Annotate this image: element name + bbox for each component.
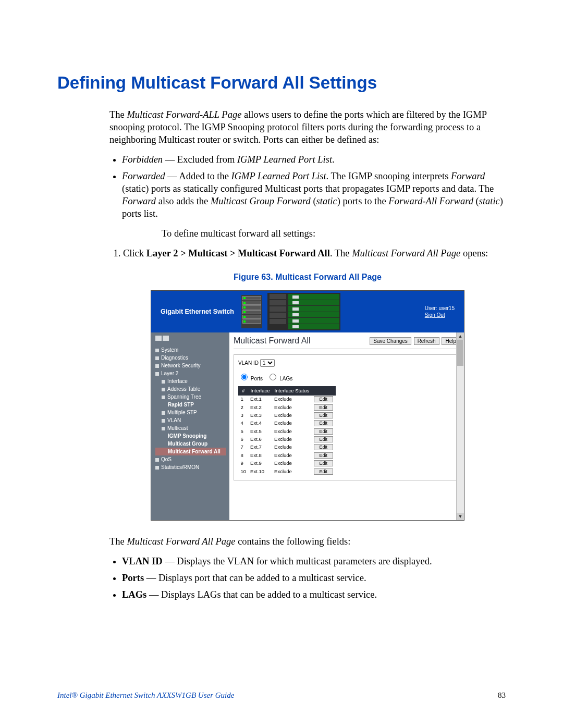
figure-screenshot: Gigabit Ethernet Switch User: user15 Sig…: [151, 290, 464, 521]
sidebar-item[interactable]: Layer 2: [155, 369, 226, 377]
sidebar-item[interactable]: System: [155, 346, 226, 354]
edit-button[interactable]: Edit: [314, 404, 334, 411]
figure-caption: Figure 63. Multicast Forward All Page: [109, 272, 506, 283]
table-row: 9Ext.9ExcludeEdit: [239, 460, 336, 467]
table-row: 7Ext.7ExcludeEdit: [239, 443, 336, 451]
nav-sidebar: SystemDiagnosticsNetwork SecurityLayer 2…: [151, 332, 229, 520]
sidebar-item[interactable]: Statistics/RMON: [155, 463, 226, 471]
scroll-thumb[interactable]: [457, 340, 463, 366]
col-num: #: [239, 387, 249, 396]
table-row: 5Ext.5ExcludeEdit: [239, 427, 336, 435]
sidebar-item[interactable]: VLAN: [155, 416, 226, 424]
col-status: Interface Status: [272, 387, 312, 396]
sidebar-item[interactable]: Interface: [155, 377, 226, 385]
table-row: 4Ext.4ExcludeEdit: [239, 419, 336, 427]
page-number: 83: [498, 691, 506, 700]
col-interface: Interface: [248, 387, 272, 396]
user-label: User: user15: [425, 305, 455, 312]
interface-table: # Interface Interface Status 1Ext.1Exclu…: [238, 386, 336, 476]
edit-button[interactable]: Edit: [314, 428, 334, 435]
table-row: 2Ext.2ExcludeEdit: [239, 403, 336, 411]
edit-button[interactable]: Edit: [314, 452, 334, 459]
page-heading: Defining Multicast Forward All Settings: [57, 73, 506, 93]
sign-out-link[interactable]: Sign Out: [425, 312, 445, 318]
save-changes-button[interactable]: Save Changes: [370, 337, 411, 345]
lags-radio[interactable]: LAGs: [267, 376, 292, 381]
ports-radio[interactable]: Ports: [238, 376, 263, 381]
edit-button[interactable]: Edit: [314, 460, 334, 466]
scroll-down-icon[interactable]: ▼: [457, 513, 464, 520]
definition-forwarded: Forwarded — Added to the IGMP Learned Po…: [122, 170, 506, 220]
content-title: Multicast Forward All: [234, 336, 311, 347]
product-title: Gigabit Ethernet Switch: [161, 307, 234, 316]
scroll-up-icon[interactable]: ▲: [457, 332, 464, 340]
field-lags: LAGs — Displays LAGs that can be added t…: [122, 588, 506, 601]
sidebar-item[interactable]: Rapid STP: [155, 401, 226, 409]
steps-intro: To define multicast forward all settings…: [109, 227, 506, 240]
sidebar-item[interactable]: Multicast Forward All: [155, 448, 226, 455]
table-row: 1Ext.1ExcludeEdit: [239, 396, 336, 403]
chassis-graphic: [267, 293, 340, 330]
step-1: Click Layer 2 > Multicast > Multicast Fo…: [123, 247, 506, 260]
sidebar-item[interactable]: Spanning Tree: [155, 393, 226, 401]
sidebar-item[interactable]: Multiple STP: [155, 409, 226, 416]
scrollbar[interactable]: ▲ ▼: [456, 332, 464, 520]
sidebar-item[interactable]: Multicast: [155, 424, 226, 432]
edit-button[interactable]: Edit: [314, 420, 334, 426]
edit-button[interactable]: Edit: [314, 436, 334, 442]
edit-button[interactable]: Edit: [314, 444, 334, 450]
sidebar-item[interactable]: Address Table: [155, 385, 226, 393]
led-panel: [241, 295, 262, 328]
field-vlan-id: VLAN ID — Displays the VLAN for which mu…: [122, 555, 506, 567]
sidebar-item[interactable]: Multicast Group: [155, 440, 226, 448]
table-row: 6Ext.6ExcludeEdit: [239, 436, 336, 443]
edit-button[interactable]: Edit: [314, 412, 334, 418]
vlan-id-label: VLAN ID: [238, 360, 259, 366]
refresh-button[interactable]: Refresh: [414, 337, 439, 345]
sidebar-item[interactable]: Diagnostics: [155, 354, 226, 362]
table-row: 8Ext.8ExcludeEdit: [239, 451, 336, 459]
intro-paragraph: The Multicast Forward-ALL Page allows us…: [109, 108, 506, 146]
sidebar-item[interactable]: Network Security: [155, 362, 226, 369]
after-figure-paragraph: The Multicast Forward All Page contains …: [109, 535, 506, 548]
edit-button[interactable]: Edit: [314, 396, 334, 402]
sidebar-item[interactable]: IGMP Snooping: [155, 432, 226, 440]
edit-button[interactable]: Edit: [314, 468, 334, 475]
footer-text: Intel® Gigabit Ethernet Switch AXXSW1GB …: [57, 691, 234, 700]
table-row: 3Ext.3ExcludeEdit: [239, 412, 336, 419]
vlan-id-select[interactable]: 1: [260, 359, 275, 367]
field-ports: Ports — Displays port that can be added …: [122, 572, 506, 584]
definition-forbidden: Forbidden — Excluded from IGMP Learned P…: [122, 153, 506, 166]
sidebar-item[interactable]: QoS: [155, 455, 226, 463]
table-row: 10Ext.10ExcludeEdit: [239, 467, 336, 475]
